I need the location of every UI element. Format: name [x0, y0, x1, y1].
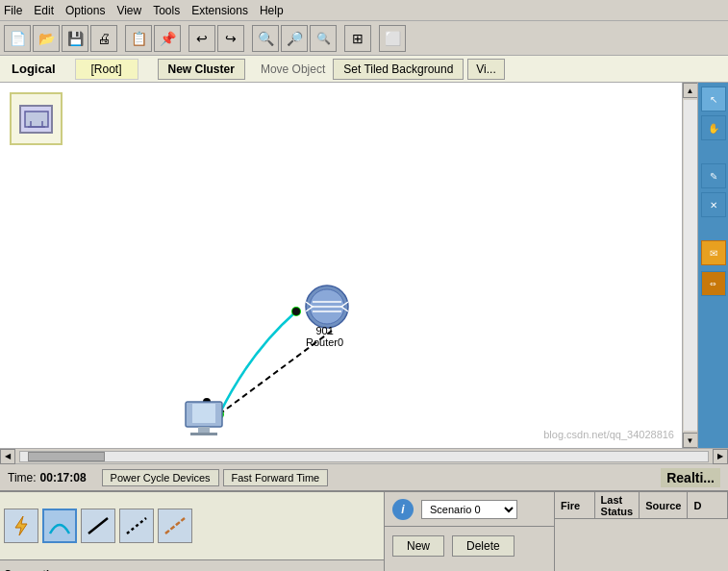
pc-icon[interactable]	[181, 400, 233, 446]
svg-line-20	[127, 518, 146, 534]
new-cluster-button[interactable]: New Cluster	[158, 59, 245, 80]
toolbar: 📄 📂 💾 🖨 📋 📌 ↩ ↪ 🔍 🔎 🔍 ⊞ ⬜	[0, 21, 728, 56]
right-panel-note-icon[interactable]: ✎	[701, 163, 726, 188]
svg-point-8	[292, 308, 300, 315]
delete-scenario-btn[interactable]: Delete	[452, 535, 515, 557]
menubar: File Edit Options View Tools Extensions …	[0, 0, 728, 21]
right-panel-pdu-icon[interactable]: ✉	[701, 240, 726, 265]
svg-line-19	[88, 518, 108, 534]
toolbar-new[interactable]: 📄	[4, 25, 31, 52]
menu-help[interactable]: Help	[260, 4, 284, 17]
svg-rect-16	[198, 427, 210, 433]
scenario-select[interactable]: Scenario 0 Scenario 1	[421, 500, 517, 519]
scroll-right-btn[interactable]: ▶	[713, 449, 728, 464]
toolbar-paste[interactable]: 📌	[154, 25, 181, 52]
canvas[interactable]: 901 Router0 PC-PT PC0 blog.csdn.net/qq_3…	[0, 83, 682, 448]
view-button[interactable]: Vi...	[467, 59, 504, 80]
main-area: 901 Router0 PC-PT PC0 blog.csdn.net/qq_3…	[0, 83, 728, 448]
palette-angled-icon[interactable]	[158, 509, 192, 543]
bottom-scrollbar[interactable]: ◀ ▶	[0, 448, 728, 463]
menu-view[interactable]: View	[116, 4, 141, 17]
hscroll-track[interactable]	[19, 451, 709, 462]
svg-rect-15	[192, 404, 215, 423]
root-label: [Root]	[75, 59, 138, 80]
toolbar-redo[interactable]: ↪	[217, 25, 244, 52]
network-diagram	[0, 83, 682, 448]
svg-marker-18	[15, 516, 27, 535]
right-panel-move-icon[interactable]: ✋	[701, 115, 726, 140]
palette-dotted-icon[interactable]	[119, 509, 154, 543]
scroll-down-btn[interactable]: ▼	[683, 433, 698, 448]
toolbar-print[interactable]: 🖨	[90, 25, 117, 52]
router-label: 901 Router0	[306, 325, 343, 348]
source-label: Source	[640, 492, 688, 518]
scenario-panel: i Scenario 0 Scenario 1 New Delete	[385, 492, 555, 571]
palette-curve-icon[interactable]	[42, 509, 77, 543]
toolbar-undo[interactable]: ↩	[188, 25, 215, 52]
d-label: D	[688, 492, 728, 518]
simulation-header: Fire Last Status Source D	[555, 492, 728, 519]
scenario-bottom: New Delete	[385, 527, 554, 565]
device-palette-top	[0, 492, 384, 559]
connections-label: Connections	[0, 559, 384, 571]
svg-rect-17	[190, 433, 217, 435]
info-icon: i	[392, 499, 414, 520]
power-cycle-btn[interactable]: Power Cycle Devices	[102, 469, 219, 486]
scroll-up-btn[interactable]: ▲	[683, 83, 698, 98]
menu-tools[interactable]: Tools	[153, 4, 180, 17]
svg-line-21	[165, 518, 185, 534]
menu-file[interactable]: File	[4, 4, 22, 17]
time-value: 00:17:08	[40, 471, 87, 484]
right-scrollbar[interactable]: ▲ ▼	[682, 83, 697, 448]
toolbar-zoom-in[interactable]: 🔍	[252, 25, 279, 52]
move-object-label: Move Object	[253, 60, 333, 79]
set-tiled-background-button[interactable]: Set Tiled Background	[333, 59, 464, 80]
toolbar-zoom-out[interactable]: 🔍	[310, 25, 337, 52]
right-panel: ↖ ✋ ✎ ✕ ✉ ⇔	[697, 83, 728, 448]
menu-options[interactable]: Options	[65, 4, 105, 17]
toolbar-save[interactable]: 💾	[62, 25, 88, 52]
toolbar-open[interactable]: 📂	[33, 25, 60, 52]
toolbar-grid[interactable]: ⊞	[344, 25, 371, 52]
scroll-left-btn[interactable]: ◀	[0, 449, 15, 464]
fire-label: Fire	[555, 492, 595, 518]
right-panel-delete-icon[interactable]: ✕	[701, 192, 726, 217]
simulation-actions	[555, 519, 728, 527]
toolbar-zoom-custom[interactable]: 🔎	[281, 25, 308, 52]
device-palette: Connections	[0, 492, 385, 571]
palette-lightning-icon[interactable]	[4, 509, 38, 543]
new-scenario-btn[interactable]: New	[392, 535, 444, 557]
last-status-label: Last Status	[595, 492, 640, 518]
realtime-badge: Realti...	[661, 468, 720, 487]
simulation-panel: Fire Last Status Source D	[555, 492, 728, 571]
scroll-track[interactable]	[684, 100, 697, 431]
watermark: blog.csdn.net/qq_34028816	[543, 429, 674, 440]
statusbar: Time: 00:17:08 Power Cycle Devices Fast …	[0, 463, 728, 490]
toolbar-extra1[interactable]: ⬜	[379, 25, 406, 52]
logical-label: Logical	[0, 58, 67, 80]
time-segment: Time: 00:17:08	[8, 471, 87, 484]
pc-label: PC-PT PC0	[184, 446, 215, 448]
fast-forward-btn[interactable]: Fast Forward Time	[223, 469, 329, 486]
time-label: Time:	[8, 471, 37, 484]
scenario-top: i Scenario 0 Scenario 1	[385, 492, 554, 527]
right-panel-resize-icon[interactable]: ⇔	[701, 271, 726, 296]
power-cycle-segment: Power Cycle Devices Fast Forward Time	[102, 469, 329, 486]
toolbar-copy[interactable]: 📋	[125, 25, 152, 52]
topnav: Logical [Root] New Cluster Move Object S…	[0, 56, 728, 83]
bottom-panel: Connections i Scenario 0 Scenario 1 New …	[0, 490, 728, 571]
menu-edit[interactable]: Edit	[34, 4, 54, 17]
palette-straight-icon[interactable]	[81, 509, 115, 543]
hscroll-thumb[interactable]	[28, 452, 105, 461]
menu-extensions[interactable]: Extensions	[191, 4, 248, 17]
right-panel-select-icon[interactable]: ↖	[701, 87, 726, 112]
